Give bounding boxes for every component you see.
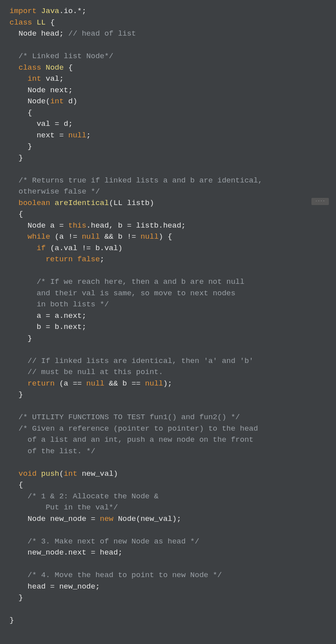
code-line[interactable]: new_node.next = head; [10, 547, 326, 559]
code-line[interactable]: /* 1 & 2: Allocate the Node & [10, 491, 326, 502]
code-line[interactable] [10, 457, 326, 468]
code-line[interactable]: next = null; [10, 130, 326, 141]
code-line[interactable] [10, 524, 326, 536]
code-line[interactable]: } [10, 615, 326, 626]
code-line[interactable]: } [10, 592, 326, 604]
code-token: } [10, 154, 23, 162]
code-line[interactable]: import Java.io.*; [10, 6, 326, 17]
code-line[interactable] [10, 559, 326, 570]
code-line[interactable]: in both lists */ [10, 299, 326, 310]
code-token [10, 63, 19, 72]
code-token: && b != [100, 232, 141, 241]
code-line[interactable]: return false; [10, 254, 326, 265]
code-token: d) [64, 97, 77, 106]
code-token: .io.*; [59, 7, 86, 15]
code-line[interactable]: of a list and an int, push a new node on… [10, 434, 326, 446]
code-token: LL [36, 18, 46, 27]
code-line[interactable]: Put in the val*/ [10, 502, 326, 513]
code-line[interactable]: int val; [10, 73, 326, 85]
code-token: Node next; [10, 86, 73, 95]
code-line[interactable]: boolean areIdentical(LL listb) [10, 198, 326, 209]
code-line[interactable]: b = b.next; [10, 321, 326, 333]
code-token [10, 492, 28, 501]
code-line[interactable]: } [10, 152, 326, 164]
code-token: int [28, 74, 41, 83]
code-line[interactable]: Node a = this.head, b = listb.head; [10, 220, 326, 232]
code-token: Node new_node = [10, 515, 100, 523]
code-line[interactable]: return (a == null && b == null); [10, 378, 326, 389]
code-line[interactable]: a = a.next; [10, 310, 326, 322]
code-token [10, 176, 19, 185]
code-token: { [46, 18, 55, 27]
code-token: next = [10, 131, 68, 140]
code-line[interactable]: } [10, 389, 326, 401]
minimap-indicator: ·--- [311, 198, 329, 205]
code-line[interactable] [10, 344, 326, 355]
code-line[interactable]: Node head; // head of list [10, 28, 326, 40]
code-token: } [10, 334, 32, 343]
code-line[interactable]: class Node { [10, 62, 326, 74]
code-token: /* Given a reference (pointer to pointer… [19, 424, 258, 433]
code-token [10, 368, 28, 376]
code-line[interactable]: head = new_node; [10, 581, 326, 593]
code-line[interactable] [10, 163, 326, 175]
code-token: Node( [10, 97, 50, 106]
code-line[interactable]: val = d; [10, 118, 326, 130]
code-token [10, 537, 28, 546]
code-token: Java [41, 7, 59, 15]
code-token: ; [86, 131, 91, 140]
code-token: /* If we reach here, then a and b are no… [36, 277, 244, 286]
code-line[interactable]: /* Linked list Node*/ [10, 51, 326, 62]
code-line[interactable]: { [10, 209, 326, 220]
code-line[interactable]: } [10, 141, 326, 152]
code-token [10, 199, 19, 207]
code-token: boolean [19, 199, 50, 207]
code-line[interactable]: if (a.val != b.val) [10, 243, 326, 254]
code-line[interactable]: Node next; [10, 85, 326, 96]
code-line[interactable]: /* Returns true if linked lists a and b … [10, 175, 326, 186]
code-line[interactable]: /* If we reach here, then a and b are no… [10, 276, 326, 288]
code-token [10, 413, 19, 422]
code-line[interactable] [10, 604, 326, 615]
code-line[interactable]: { [10, 479, 326, 491]
code-editor[interactable]: import Java.io.*;class LL { Node head; /… [10, 6, 326, 626]
code-line[interactable]: while (a != null && b != null) { [10, 231, 326, 243]
code-token: new_val) [77, 469, 118, 478]
code-token: /* Linked list Node*/ [19, 52, 113, 61]
code-token [41, 63, 46, 72]
code-token: b = b.next; [10, 323, 86, 331]
code-line[interactable]: void push(int new_val) [10, 468, 326, 480]
code-line[interactable]: class LL { [10, 17, 326, 28]
code-token: /* 3. Make next of new Node as head */ [28, 537, 199, 546]
code-token: return [28, 379, 55, 388]
code-token: ); [163, 379, 172, 388]
code-line[interactable]: } [10, 333, 326, 344]
code-line[interactable]: /* 3. Make next of new Node as head */ [10, 536, 326, 547]
code-token: null [145, 379, 163, 388]
code-token: this [68, 221, 86, 230]
code-line[interactable] [10, 265, 326, 277]
code-line[interactable]: Node new_node = new Node(new_val); [10, 513, 326, 525]
code-line[interactable]: // must be null at this point. [10, 367, 326, 378]
code-token [32, 18, 36, 27]
code-token: null [86, 379, 105, 388]
code-token [10, 255, 46, 264]
code-line[interactable]: of the list. */ [10, 446, 326, 457]
code-token [10, 469, 19, 478]
code-line[interactable]: { [10, 107, 326, 119]
code-line[interactable]: // If linked lists are identical, then '… [10, 355, 326, 367]
code-line[interactable]: Node(int d) [10, 96, 326, 107]
code-token: // must be null at this point. [28, 368, 163, 376]
code-line[interactable] [10, 401, 326, 412]
code-token: push [41, 469, 59, 478]
code-token: (a == [55, 379, 86, 388]
code-token: null [141, 232, 159, 241]
code-token [10, 357, 28, 365]
code-line[interactable]: and their val is same, so move to next n… [10, 288, 326, 299]
code-line[interactable]: /* UTILITY FUNCTIONS TO TEST fun1() and … [10, 412, 326, 423]
code-line[interactable] [10, 40, 326, 51]
code-token: otherwise false */ [19, 187, 100, 196]
code-line[interactable]: otherwise false */ [10, 186, 326, 198]
code-line[interactable]: /* Given a reference (pointer to pointer… [10, 423, 326, 435]
code-line[interactable]: /* 4. Move the head to point to new Node… [10, 570, 326, 581]
